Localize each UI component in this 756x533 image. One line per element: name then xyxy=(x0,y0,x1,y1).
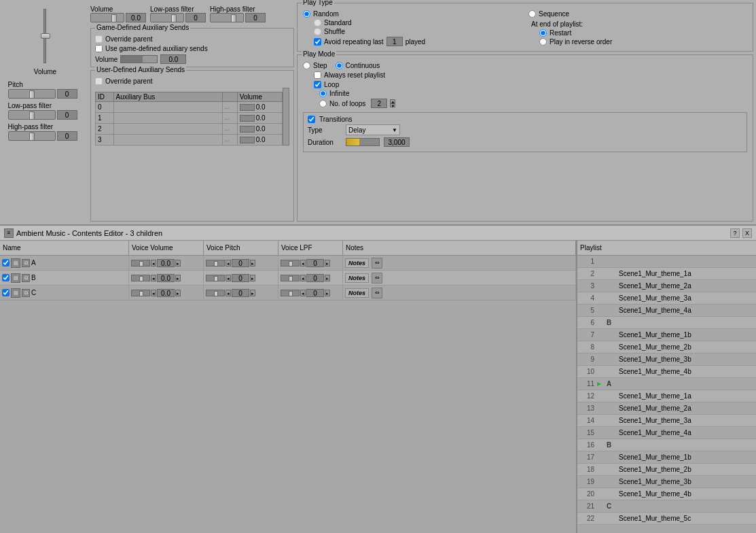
row-icon2[interactable]: ⚃ xyxy=(22,289,30,297)
row-checkbox[interactable] xyxy=(2,259,10,266)
avoid-value[interactable]: 1 xyxy=(386,37,403,46)
aux-vol-slider[interactable] xyxy=(240,126,255,133)
vlpf-val[interactable]: 0 xyxy=(306,274,324,282)
playlist-row[interactable]: 18 Scene1_Mur_theme_2b xyxy=(577,464,756,476)
hpf-slider2[interactable] xyxy=(8,131,56,141)
row-icon[interactable]: ▤ xyxy=(11,258,20,268)
vlpf-left[interactable]: ◂ xyxy=(300,290,306,296)
aux-vol-slider[interactable] xyxy=(240,104,255,111)
loop-checkbox[interactable] xyxy=(314,81,321,88)
playlist-row[interactable]: 5 Scene1_Mur_theme_4a xyxy=(577,305,756,317)
restart-radio[interactable] xyxy=(539,29,547,37)
playlist-row[interactable]: 2 Scene1_Mur_theme_1a xyxy=(577,268,756,280)
aux-vol-slider[interactable] xyxy=(240,115,255,122)
game-vol-slider[interactable] xyxy=(120,55,158,63)
row-checkbox[interactable] xyxy=(2,289,10,296)
resize-icon[interactable]: ⇔ xyxy=(372,273,382,283)
aux-scrollbar[interactable] xyxy=(283,88,289,145)
infinite-radio[interactable] xyxy=(319,90,327,97)
step-radio[interactable] xyxy=(303,62,310,69)
volume-slider-container[interactable] xyxy=(38,5,52,67)
playlist-row[interactable]: 1 xyxy=(577,256,756,268)
pitch-value[interactable]: 0 xyxy=(57,89,77,99)
resize-icon[interactable]: ⇔ xyxy=(372,258,382,269)
aux-dots[interactable]: ... xyxy=(222,124,237,135)
hpf-top-value[interactable]: 0 xyxy=(245,13,266,22)
vpitch-track[interactable] xyxy=(206,290,225,296)
standard-radio[interactable] xyxy=(314,19,321,27)
editor-close-button[interactable]: X xyxy=(742,228,752,238)
hpf-top-slider[interactable] xyxy=(210,13,244,22)
continuous-radio[interactable] xyxy=(336,62,343,69)
vpitch-right[interactable]: ▸ xyxy=(250,275,255,281)
reverse-radio[interactable] xyxy=(539,38,547,46)
vlpf-track[interactable] xyxy=(281,260,300,266)
vlpf-val[interactable]: 0 xyxy=(306,259,324,267)
avoid-checkbox[interactable] xyxy=(314,38,321,46)
loops-value[interactable]: 2 xyxy=(371,99,387,108)
row-icon2[interactable]: ⚃ xyxy=(22,274,30,282)
vvol-right[interactable]: ▸ xyxy=(175,275,181,281)
playlist-row[interactable]: 11 ▶ A xyxy=(577,378,756,390)
lpf-top-slider[interactable] xyxy=(150,13,184,22)
vpitch-track[interactable] xyxy=(206,275,225,281)
type-dropdown[interactable]: Delay ▼ xyxy=(346,124,400,135)
playlist-row[interactable]: 19 Scene1_Mur_theme_3b xyxy=(577,476,756,488)
vpitch-left[interactable]: ◂ xyxy=(226,260,231,266)
playlist-row[interactable]: 12 Scene1_Mur_theme_1a xyxy=(577,390,756,402)
playlist-row[interactable]: 3 Scene1_Mur_theme_2a xyxy=(577,280,756,292)
vlpf-track[interactable] xyxy=(281,290,300,296)
override-parent-checkbox[interactable] xyxy=(95,35,103,43)
vlpf-left[interactable]: ◂ xyxy=(300,260,306,266)
duration-value[interactable]: 3,000 xyxy=(384,137,410,147)
vpitch-val[interactable]: 0 xyxy=(232,274,249,282)
vlpf-left[interactable]: ◂ xyxy=(300,275,306,281)
playlist-row[interactable]: 22 Scene1_Mur_theme_5c xyxy=(577,513,756,525)
editor-help-button[interactable]: ? xyxy=(730,228,740,238)
shuffle-radio[interactable] xyxy=(314,28,321,35)
vpitch-val[interactable]: 0 xyxy=(232,259,249,267)
vvol-left[interactable]: ◂ xyxy=(151,260,156,266)
lpf-value2[interactable]: 0 xyxy=(57,110,77,120)
vlpf-val[interactable]: 0 xyxy=(306,289,324,297)
playlist-row[interactable]: 14 Scene1_Mur_theme_3a xyxy=(577,415,756,427)
aux-dots[interactable]: ... xyxy=(222,135,237,145)
vvol-val[interactable]: 0.0 xyxy=(157,289,175,297)
duration-slider[interactable] xyxy=(346,138,380,146)
resize-icon[interactable]: ⇔ xyxy=(372,288,382,298)
vol-top-value[interactable]: 0.0 xyxy=(126,13,146,22)
vvol-track[interactable] xyxy=(131,275,150,281)
loops-arrows[interactable]: ▲ ▼ xyxy=(390,99,395,107)
pitch-slider[interactable] xyxy=(8,89,56,99)
vvol-val[interactable]: 0.0 xyxy=(157,274,175,282)
vpitch-right[interactable]: ▸ xyxy=(250,260,255,266)
row-icon2[interactable]: ⚃ xyxy=(22,259,30,267)
vlpf-track[interactable] xyxy=(281,275,300,281)
vvol-right[interactable]: ▸ xyxy=(175,260,181,266)
playlist-row[interactable]: 6 B xyxy=(577,317,756,329)
loops-down[interactable]: ▼ xyxy=(390,103,395,107)
vvol-track[interactable] xyxy=(131,290,150,296)
aux-dots[interactable]: ... xyxy=(222,113,237,124)
aux-dots[interactable]: ... xyxy=(222,102,237,113)
vlpf-right[interactable]: ▸ xyxy=(325,260,330,266)
random-radio[interactable] xyxy=(303,10,310,18)
notes-button[interactable]: Notes xyxy=(345,273,369,283)
noloops-radio[interactable] xyxy=(319,100,327,107)
lpf-slider2[interactable] xyxy=(8,110,56,120)
row-checkbox[interactable] xyxy=(2,274,10,281)
vpitch-val[interactable]: 0 xyxy=(232,289,249,297)
playlist-row[interactable]: 7 Scene1_Mur_theme_1b xyxy=(577,329,756,341)
playlist-row[interactable]: 20 Scene1_Mur_theme_4b xyxy=(577,488,756,500)
vvol-right[interactable]: ▸ xyxy=(175,290,181,296)
vpitch-right[interactable]: ▸ xyxy=(250,290,255,296)
playlist-row[interactable]: 9 Scene1_Mur_theme_3b xyxy=(577,354,756,366)
use-game-checkbox[interactable] xyxy=(95,45,103,52)
row-icon[interactable]: ▤ xyxy=(11,288,20,298)
volume-thumb[interactable] xyxy=(41,33,50,39)
playlist-row[interactable]: 4 Scene1_Mur_theme_3a xyxy=(577,292,756,305)
vvol-left[interactable]: ◂ xyxy=(151,290,156,296)
game-vol-value[interactable]: 0.0 xyxy=(160,54,186,64)
vlpf-right[interactable]: ▸ xyxy=(325,275,330,281)
vvol-val[interactable]: 0.0 xyxy=(157,259,175,267)
